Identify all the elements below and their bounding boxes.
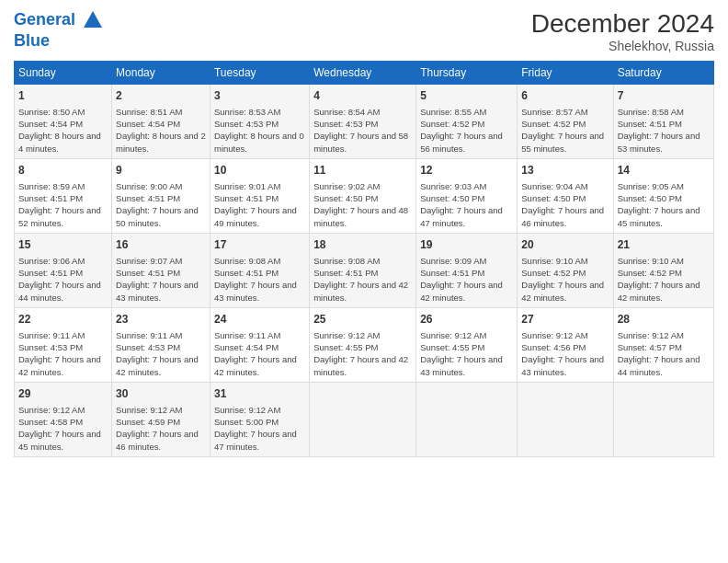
day-sunset: Sunset: 4:51 PM <box>116 193 180 203</box>
table-row: 25Sunrise: 9:12 AMSunset: 4:55 PMDayligh… <box>310 307 416 382</box>
day-sunrise: Sunrise: 9:12 AM <box>521 330 587 340</box>
day-daylight: Daylight: 7 hours and 44 minutes. <box>18 280 101 302</box>
day-sunset: Sunset: 4:50 PM <box>521 193 586 203</box>
day-sunrise: Sunrise: 9:08 AM <box>214 256 280 266</box>
day-number: 6 <box>521 88 609 104</box>
day-number: 1 <box>18 88 108 104</box>
day-daylight: Daylight: 7 hours and 42 minutes. <box>420 280 503 302</box>
day-daylight: Daylight: 7 hours and 43 minutes. <box>116 280 199 302</box>
day-number: 31 <box>214 386 305 402</box>
table-row: 7Sunrise: 8:58 AMSunset: 4:51 PMDaylight… <box>613 85 713 159</box>
table-row: 10Sunrise: 9:01 AMSunset: 4:51 PMDayligh… <box>210 158 309 233</box>
day-daylight: Daylight: 7 hours and 56 minutes. <box>420 131 503 153</box>
day-daylight: Daylight: 7 hours and 47 minutes. <box>214 429 297 451</box>
day-daylight: Daylight: 7 hours and 55 minutes. <box>521 131 604 153</box>
table-row: 1Sunrise: 8:50 AMSunset: 4:54 PMDaylight… <box>15 85 112 159</box>
table-row: 29Sunrise: 9:12 AMSunset: 4:58 PMDayligh… <box>15 382 112 456</box>
logo-icon <box>82 9 104 31</box>
day-sunrise: Sunrise: 9:11 AM <box>18 330 85 340</box>
col-tuesday: Tuesday <box>210 62 309 85</box>
day-daylight: Daylight: 7 hours and 44 minutes. <box>618 354 700 376</box>
table-row <box>416 382 518 456</box>
table-row: 28Sunrise: 9:12 AMSunset: 4:57 PMDayligh… <box>613 307 713 382</box>
day-daylight: Daylight: 7 hours and 42 minutes. <box>313 280 408 302</box>
day-sunrise: Sunrise: 8:50 AM <box>18 107 85 117</box>
table-row: 5Sunrise: 8:55 AMSunset: 4:52 PMDaylight… <box>416 85 518 159</box>
day-sunset: Sunset: 4:57 PM <box>618 342 682 352</box>
day-sunset: Sunset: 4:55 PM <box>420 342 484 352</box>
month-title: December 2024 <box>531 9 714 39</box>
day-daylight: Daylight: 7 hours and 48 minutes. <box>313 205 408 227</box>
day-number: 2 <box>116 88 206 104</box>
day-number: 28 <box>618 312 710 327</box>
day-sunset: Sunset: 4:54 PM <box>18 119 83 129</box>
day-daylight: Daylight: 8 hours and 0 minutes. <box>214 131 304 153</box>
table-row: 8Sunrise: 8:59 AMSunset: 4:51 PMDaylight… <box>15 158 112 233</box>
day-number: 3 <box>214 88 305 104</box>
day-daylight: Daylight: 7 hours and 50 minutes. <box>116 205 199 227</box>
day-sunset: Sunset: 4:55 PM <box>313 342 378 352</box>
day-number: 23 <box>116 312 206 327</box>
day-number: 22 <box>18 312 108 327</box>
day-sunset: Sunset: 5:00 PM <box>214 417 279 427</box>
table-row: 27Sunrise: 9:12 AMSunset: 4:56 PMDayligh… <box>518 307 613 382</box>
table-row: 23Sunrise: 9:11 AMSunset: 4:53 PMDayligh… <box>112 307 210 382</box>
day-sunset: Sunset: 4:51 PM <box>18 268 83 278</box>
day-number: 9 <box>116 163 206 178</box>
day-sunrise: Sunrise: 9:01 AM <box>214 181 280 191</box>
table-row: 31Sunrise: 9:12 AMSunset: 5:00 PMDayligh… <box>210 382 309 456</box>
day-sunrise: Sunrise: 9:10 AM <box>618 256 684 266</box>
day-daylight: Daylight: 7 hours and 53 minutes. <box>618 131 700 153</box>
day-daylight: Daylight: 7 hours and 45 minutes. <box>618 205 700 227</box>
location: Shelekhov, Russia <box>531 39 714 53</box>
table-row: 21Sunrise: 9:10 AMSunset: 4:52 PMDayligh… <box>613 233 713 307</box>
day-sunrise: Sunrise: 9:12 AM <box>420 330 486 340</box>
day-sunrise: Sunrise: 9:11 AM <box>214 330 280 340</box>
day-sunrise: Sunrise: 9:12 AM <box>18 405 85 415</box>
day-number: 26 <box>420 312 513 327</box>
day-number: 18 <box>313 237 412 253</box>
day-sunrise: Sunrise: 9:06 AM <box>18 256 85 266</box>
day-sunset: Sunset: 4:53 PM <box>18 342 83 352</box>
day-number: 4 <box>313 88 412 104</box>
day-daylight: Daylight: 7 hours and 43 minutes. <box>420 354 503 376</box>
calendar-week-1: 1Sunrise: 8:50 AMSunset: 4:54 PMDaylight… <box>15 85 714 159</box>
table-row: 15Sunrise: 9:06 AMSunset: 4:51 PMDayligh… <box>15 233 112 307</box>
day-daylight: Daylight: 7 hours and 42 minutes. <box>313 354 408 376</box>
day-sunset: Sunset: 4:50 PM <box>313 193 378 203</box>
day-sunrise: Sunrise: 9:02 AM <box>313 181 380 191</box>
table-row: 17Sunrise: 9:08 AMSunset: 4:51 PMDayligh… <box>210 233 309 307</box>
day-number: 25 <box>313 312 412 327</box>
day-sunset: Sunset: 4:53 PM <box>116 342 180 352</box>
table-row: 24Sunrise: 9:11 AMSunset: 4:54 PMDayligh… <box>210 307 309 382</box>
table-row: 12Sunrise: 9:03 AMSunset: 4:50 PMDayligh… <box>416 158 518 233</box>
table-row: 11Sunrise: 9:02 AMSunset: 4:50 PMDayligh… <box>310 158 416 233</box>
day-daylight: Daylight: 7 hours and 46 minutes. <box>521 205 604 227</box>
day-sunrise: Sunrise: 8:53 AM <box>214 107 280 117</box>
table-row: 6Sunrise: 8:57 AMSunset: 4:52 PMDaylight… <box>518 85 613 159</box>
day-sunrise: Sunrise: 8:57 AM <box>521 107 587 117</box>
table-row <box>518 382 613 456</box>
day-sunrise: Sunrise: 9:12 AM <box>214 405 280 415</box>
day-sunrise: Sunrise: 9:09 AM <box>420 256 486 266</box>
table-row: 26Sunrise: 9:12 AMSunset: 4:55 PMDayligh… <box>416 307 518 382</box>
calendar-page: General Blue December 2024 Shelekhov, Ru… <box>0 0 728 563</box>
table-row: 2Sunrise: 8:51 AMSunset: 4:54 PMDaylight… <box>112 85 210 159</box>
day-number: 21 <box>618 237 710 253</box>
day-number: 16 <box>116 237 206 253</box>
logo: General Blue <box>14 9 104 51</box>
day-sunset: Sunset: 4:54 PM <box>116 119 180 129</box>
day-sunrise: Sunrise: 9:11 AM <box>116 330 182 340</box>
table-row: 16Sunrise: 9:07 AMSunset: 4:51 PMDayligh… <box>112 233 210 307</box>
table-row: 18Sunrise: 9:08 AMSunset: 4:51 PMDayligh… <box>310 233 416 307</box>
day-number: 11 <box>313 163 412 178</box>
day-number: 20 <box>521 237 609 253</box>
day-daylight: Daylight: 7 hours and 46 minutes. <box>116 429 199 451</box>
day-number: 30 <box>116 386 206 402</box>
table-row: 19Sunrise: 9:09 AMSunset: 4:51 PMDayligh… <box>416 233 518 307</box>
table-row: 9Sunrise: 9:00 AMSunset: 4:51 PMDaylight… <box>112 158 210 233</box>
table-row <box>310 382 416 456</box>
day-sunset: Sunset: 4:52 PM <box>521 268 586 278</box>
day-daylight: Daylight: 7 hours and 42 minutes. <box>214 354 297 376</box>
day-sunset: Sunset: 4:58 PM <box>18 417 83 427</box>
